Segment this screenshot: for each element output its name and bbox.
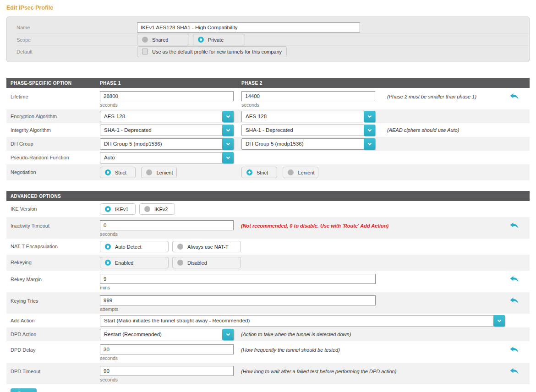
radio-unselected-icon (288, 169, 294, 175)
scope-label: Scope (16, 37, 137, 43)
keying-tries-input[interactable] (100, 295, 376, 305)
encryption-phase2-select[interactable]: AES-128 (241, 111, 375, 122)
chevron-down-icon (493, 315, 505, 327)
integrity-phase1-select[interactable]: SHA-1 - Deprecated (100, 125, 234, 136)
keying-tries-label: Keying Tries (6, 295, 100, 307)
name-input[interactable] (137, 22, 360, 33)
dh-group-label: DH Group (6, 138, 100, 150)
radio-selected-icon (105, 244, 111, 250)
encryption-phase1-value: AES-128 (100, 111, 222, 122)
dh-group-phase2-select[interactable]: DH Group 5 (modp1536) (241, 138, 375, 150)
keying-tries-unit: attempts (100, 306, 376, 312)
dpd-timeout-unit: seconds (100, 377, 234, 382)
dh-group-phase1-value: DH Group 5 (modp1536) (100, 139, 222, 149)
negotiation-phase2-strict[interactable]: Strict (241, 167, 277, 178)
add-action-select[interactable]: Start (Mako initiates the tunnel straigh… (100, 315, 505, 327)
encryption-phase1-select[interactable]: AES-128 (100, 111, 234, 122)
encryption-phase2-value: AES-128 (242, 111, 364, 122)
advanced-options-title: ADVANCED OPTIONS (6, 194, 100, 199)
dpd-delay-row: DPD Delay seconds (How frequently the tu… (6, 341, 530, 363)
radio-selected-icon (105, 206, 111, 212)
ikev2-label: IKEv2 (154, 207, 168, 212)
dpd-timeout-input[interactable] (100, 366, 234, 376)
undo-icon[interactable] (510, 91, 519, 103)
prf-row: Pseudo-Random Function Auto (6, 151, 530, 164)
ike-version-ikev1[interactable]: IKEv1 (100, 203, 136, 215)
lifetime-phase1-unit: seconds (100, 102, 234, 108)
inactivity-timeout-row: Inactivity Timeout seconds (Not recommen… (6, 217, 530, 239)
rekey-margin-label: Rekey Margin (6, 274, 100, 285)
dpd-action-note: (Action to take when the tunnel is detec… (234, 329, 351, 340)
chevron-down-icon (222, 111, 234, 122)
negotiation-label: Negotiation (6, 167, 100, 178)
natt-row: NAT-T Encapsulation Auto Detect Always u… (6, 239, 530, 255)
scope-option-private[interactable]: Private (193, 34, 245, 45)
default-checkbox-label: Use as the default profile for new tunne… (152, 49, 282, 54)
integrity-row: Integrity Algorithm SHA-1 - Deprecated S… (6, 123, 530, 137)
negotiation-phase1-lenient[interactable]: Lenient (141, 167, 177, 178)
radio-unselected-icon (146, 169, 152, 175)
prf-phase1-value: Auto (100, 152, 222, 163)
rekey-margin-input[interactable] (100, 274, 376, 284)
default-checkbox-option[interactable]: Use as the default profile for new tunne… (137, 46, 287, 57)
dpd-delay-label: DPD Delay (6, 344, 100, 356)
lifetime-row: Lifetime seconds seconds (Phase 2 must b… (6, 88, 530, 109)
scope-option-shared[interactable]: Shared (137, 34, 189, 45)
name-row: Name (16, 22, 529, 33)
dh-group-phase2-value: DH Group 5 (modp1536) (242, 139, 364, 149)
lifetime-phase1-input[interactable] (100, 91, 234, 101)
undo-icon[interactable] (510, 274, 519, 285)
prf-label: Pseudo-Random Function (6, 152, 100, 163)
inactivity-timeout-input[interactable] (100, 220, 234, 230)
dpd-action-select[interactable]: Restart (Recommended) (100, 329, 234, 340)
dh-group-phase1-select[interactable]: DH Group 5 (modp1536) (100, 138, 234, 150)
dpd-delay-unit: seconds (100, 355, 234, 361)
radio-unselected-icon (177, 244, 183, 250)
dh-group-row: DH Group DH Group 5 (modp1536) DH Group … (6, 137, 530, 151)
radio-unselected-icon (144, 206, 150, 212)
negotiation-lenient-label: Lenient (156, 170, 173, 175)
scope-option-shared-label: Shared (152, 37, 168, 43)
ike-version-row: IKE Version IKEv1 IKEv2 (6, 201, 530, 217)
chevron-down-icon (364, 138, 375, 150)
scope-option-private-label: Private (208, 37, 224, 43)
undo-icon[interactable] (510, 295, 519, 307)
rekey-margin-row: Rekey Margin mins (6, 271, 530, 292)
default-row: Default Use as the default profile for n… (16, 45, 529, 57)
dpd-action-value: Restart (Recommended) (100, 329, 222, 340)
rekeying-label: Rekeying (6, 257, 100, 268)
undo-icon[interactable] (510, 366, 519, 377)
negotiation-lenient-label: Lenient (298, 170, 314, 175)
scope-row: Scope Shared Private (16, 33, 529, 45)
dpd-action-row: DPD Action Restart (Recommended) (Action… (6, 327, 530, 341)
ike-version-ikev2[interactable]: IKEv2 (139, 203, 175, 215)
integrity-phase2-value: SHA-1 - Deprecated (242, 125, 364, 136)
rekeying-disabled[interactable]: Disabled (172, 257, 241, 268)
negotiation-phase2-lenient[interactable]: Lenient (283, 167, 318, 178)
rekeying-row: Rekeying Enabled Disabled (6, 255, 530, 271)
integrity-label: Integrity Algorithm (6, 125, 100, 136)
dpd-delay-input[interactable] (100, 344, 234, 354)
undo-icon[interactable] (510, 220, 519, 232)
dpd-timeout-note: (How long to wait after a failed test be… (234, 366, 396, 377)
rekeying-enabled[interactable]: Enabled (100, 257, 169, 268)
checkbox-unchecked-icon (142, 49, 148, 54)
lifetime-phase2-input[interactable] (241, 91, 375, 101)
chevron-down-icon (222, 329, 234, 340)
natt-always[interactable]: Always use NAT-T (172, 241, 241, 252)
chevron-down-icon (222, 125, 234, 136)
negotiation-phase1-strict[interactable]: Strict (100, 167, 136, 178)
dpd-action-label: DPD Action (6, 329, 100, 340)
integrity-phase2-select[interactable]: SHA-1 - Deprecated (241, 125, 375, 136)
radio-selected-icon (246, 169, 252, 175)
add-action-value: Start (Mako initiates the tunnel straigh… (100, 316, 493, 326)
lifetime-label: Lifetime (6, 91, 100, 103)
dpd-timeout-label: DPD Timeout (6, 366, 100, 377)
ike-version-label: IKE Version (6, 203, 100, 215)
undo-icon[interactable] (510, 344, 519, 356)
name-label: Name (16, 25, 137, 30)
save-button[interactable]: Save (11, 388, 37, 392)
prf-phase1-select[interactable]: Auto (100, 152, 234, 163)
rekeying-disabled-label: Disabled (187, 260, 207, 266)
natt-auto-detect[interactable]: Auto Detect (100, 241, 169, 252)
